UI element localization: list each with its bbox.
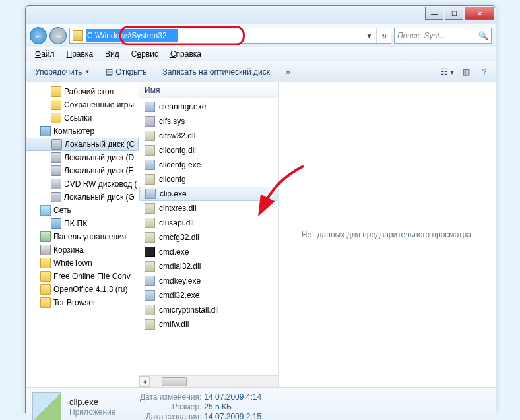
prop-value: 14.07.2009 4:14 (204, 392, 261, 402)
file-icon (145, 305, 155, 315)
tree-label: OpenOffice 4.1.3 (ru) (53, 285, 128, 294)
folder-icon (51, 86, 61, 97)
open-button[interactable]: ▤Открыть (100, 65, 152, 79)
file-icon (145, 203, 155, 214)
tree-item[interactable]: OpenOffice 4.1.3 (ru) (26, 283, 139, 296)
folder-icon (40, 258, 51, 268)
tree-item[interactable]: WhiteTown (26, 256, 139, 270)
address-input[interactable] (86, 29, 178, 42)
tree-item[interactable]: Сохраненные игры (26, 98, 139, 111)
file-row[interactable]: clntxres.dll (139, 201, 278, 216)
more-button[interactable]: » (280, 65, 296, 79)
file-name: cmdl32.exe (159, 291, 199, 300)
file-row[interactable]: clfsw32.dll (139, 129, 278, 143)
address-dropdown[interactable]: ▼ (362, 28, 376, 43)
file-row[interactable]: cmdkey.exe (139, 274, 278, 288)
scroll-left-icon[interactable]: ◄ (139, 376, 150, 387)
tree-item[interactable]: Локальный диск (E (26, 164, 139, 177)
tree-label: ПК-ПК (64, 219, 87, 228)
file-row[interactable]: clusapi.dll (139, 216, 278, 230)
maximize-button[interactable]: ☐ (445, 7, 463, 20)
scroll-thumb[interactable] (162, 377, 187, 386)
tree-label: Локальный диск (G (64, 193, 135, 202)
comp-icon (51, 218, 61, 229)
tree-item[interactable]: Ссылки (26, 111, 139, 125)
file-row[interactable]: cmd.exe (139, 245, 278, 259)
preview-empty-text: Нет данных для предварительного просмотр… (302, 230, 473, 239)
organize-button[interactable]: Упорядочить▼ (30, 65, 95, 79)
file-name: cliconfg.exe (159, 160, 201, 169)
tree-item[interactable]: Панель управления (26, 230, 139, 243)
search-box[interactable]: Поиск: Syst... 🔍 (394, 28, 492, 44)
tree-item[interactable]: Компьютер (26, 125, 139, 138)
minimize-button[interactable]: — (425, 7, 443, 20)
menu-edit[interactable]: Правка (61, 48, 99, 60)
file-row[interactable]: cmicryptinstall.dll (139, 303, 278, 317)
menu-view[interactable]: Вид (100, 48, 125, 60)
tree-label: Рабочий стол (64, 87, 114, 96)
tree-item[interactable]: Локальный диск (G (26, 191, 139, 204)
tree-label: Панель управления (53, 232, 126, 241)
view-mode-button[interactable]: ☷ ▾ (440, 65, 455, 78)
file-row[interactable]: cmdial32.dll (139, 259, 278, 274)
drive-icon (51, 152, 61, 163)
prop-key: Дата создания: (129, 412, 201, 421)
menu-bar: Файл Правка Вид Сервис Справка (26, 47, 496, 61)
tree-label: Корзина (53, 245, 84, 255)
tree-item[interactable]: Tor Browser (26, 296, 139, 309)
help-button[interactable]: ? (477, 65, 492, 78)
file-row[interactable]: cliconfg (139, 172, 278, 187)
tree-label: Локальный диск (D (64, 153, 134, 162)
toolbar: Упорядочить▼ ▤Открыть Записать на оптиче… (26, 61, 496, 82)
file-icon (145, 319, 155, 330)
file-row[interactable]: clfs.sys (139, 114, 278, 129)
drive-icon (51, 139, 62, 150)
horizontal-scrollbar[interactable]: ◄ (139, 375, 278, 387)
file-row[interactable]: cleanmgr.exe (139, 100, 278, 114)
tree-label: Сеть (53, 206, 71, 215)
title-bar[interactable]: — ☐ ✕ (26, 6, 496, 24)
forward-button[interactable]: → (49, 27, 67, 44)
preview-pane-button[interactable]: ▥ (459, 65, 473, 78)
close-button[interactable]: ✕ (465, 7, 494, 20)
prop-value: 14.07.2009 2:15 (204, 412, 261, 421)
tree-item[interactable]: DVD RW дисковод ( (26, 177, 139, 191)
details-filetype: Приложение (69, 407, 115, 417)
menu-file[interactable]: Файл (30, 48, 60, 60)
tree-item[interactable]: Сеть (26, 204, 139, 217)
file-row[interactable]: cmcfg32.dll (139, 230, 278, 245)
file-row[interactable]: clip.exe (139, 187, 278, 201)
file-name: cmdial32.dll (159, 262, 201, 271)
details-filename: clip.exe (69, 397, 115, 407)
tree-label: Компьютер (53, 127, 94, 136)
menu-help[interactable]: Справка (165, 48, 207, 60)
tree-item[interactable]: ПК-ПК (26, 217, 139, 230)
file-name: cmifw.dll (159, 320, 189, 329)
tree-item[interactable]: Локальный диск (C (26, 138, 139, 151)
file-icon (145, 189, 156, 199)
file-icon (145, 232, 155, 243)
file-row[interactable]: cliconfg.dll (139, 143, 278, 158)
folder-icon (51, 100, 61, 110)
back-button[interactable]: ← (30, 27, 47, 44)
tree-item[interactable]: Локальный диск (D (26, 151, 139, 164)
tree-item[interactable]: Корзина (26, 243, 139, 256)
burn-button[interactable]: Записать на оптический диск (157, 65, 275, 79)
tree-item[interactable]: Рабочий стол (26, 85, 139, 98)
prop-key: Дата изменения: (129, 392, 201, 402)
folder-icon (40, 297, 51, 308)
address-bar[interactable]: ▼ ↻ (69, 28, 391, 44)
tree-label: Сохраненные игры (64, 100, 134, 109)
tree-label: DVD RW дисковод ( (64, 179, 137, 189)
file-row[interactable]: cliconfg.exe (139, 158, 278, 172)
tree-label: Free Online File Conv (53, 272, 131, 281)
file-row[interactable]: cmifw.dll (139, 317, 278, 332)
column-header-name[interactable]: Имя (139, 82, 278, 98)
refresh-button[interactable]: ↻ (376, 28, 391, 43)
tree-item[interactable]: Free Online File Conv (26, 270, 139, 283)
file-row[interactable]: cmdl32.exe (139, 288, 278, 303)
file-name: cmcfg32.dll (159, 233, 199, 242)
nav-tree[interactable]: Рабочий столСохраненные игрыСсылкиКомпью… (26, 82, 139, 387)
menu-tools[interactable]: Сервис (126, 48, 164, 60)
file-name: cleanmgr.exe (159, 102, 206, 111)
